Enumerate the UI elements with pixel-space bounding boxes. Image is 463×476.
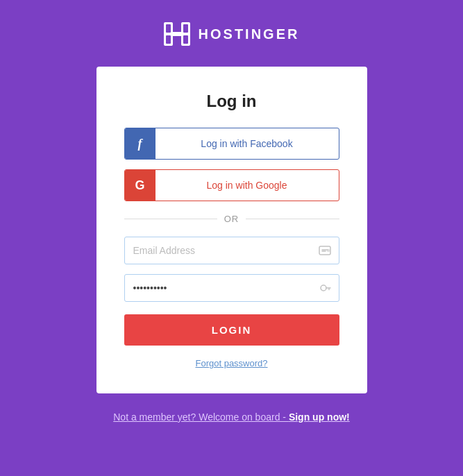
or-divider: OR xyxy=(124,214,339,224)
facebook-login-button[interactable]: f Log in with Facebook xyxy=(124,128,339,160)
logo-text: HOSTINGER xyxy=(199,26,300,42)
svg-rect-8 xyxy=(327,249,330,252)
divider-line-left xyxy=(124,219,217,219)
or-text: OR xyxy=(224,214,239,224)
signup-prefix: Not a member yet? Welcome on board - xyxy=(113,411,289,423)
password-icon xyxy=(317,280,332,296)
hostinger-logo-icon xyxy=(164,22,190,46)
email-input-wrapper xyxy=(124,237,339,264)
forgot-password-label: Forgot password? xyxy=(195,358,267,368)
logo-area: HOSTINGER xyxy=(164,22,300,46)
svg-rect-5 xyxy=(183,24,188,33)
card-title: Log in xyxy=(207,92,257,111)
google-icon: G xyxy=(125,170,155,201)
email-icon xyxy=(317,243,332,258)
login-button-label: LOGIN xyxy=(212,324,252,336)
password-input[interactable] xyxy=(124,274,339,302)
svg-rect-6 xyxy=(183,35,188,44)
signup-link[interactable]: Sign up now! xyxy=(289,411,350,423)
forgot-password-link[interactable]: Forgot password? xyxy=(195,358,267,368)
facebook-icon: f xyxy=(125,128,155,159)
login-button[interactable]: LOGIN xyxy=(124,314,339,346)
google-login-button[interactable]: G Log in with Google xyxy=(124,169,339,201)
svg-rect-3 xyxy=(166,24,171,33)
signup-footer[interactable]: Not a member yet? Welcome on board - Sig… xyxy=(113,411,350,423)
password-input-wrapper xyxy=(124,274,339,302)
email-input[interactable] xyxy=(124,237,339,264)
svg-rect-4 xyxy=(166,35,171,44)
login-card: Log in f Log in with Facebook G Log in w… xyxy=(96,67,367,393)
divider-line-right xyxy=(246,219,339,219)
facebook-button-label: Log in with Facebook xyxy=(155,130,339,158)
google-button-label: Log in with Google xyxy=(155,171,339,199)
